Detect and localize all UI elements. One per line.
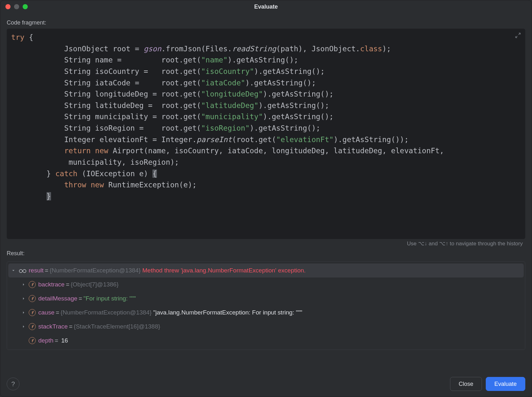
field-badge-icon: f xyxy=(29,323,36,330)
history-hint: Use ⌥↓ and ⌥↑ to navigate through the hi… xyxy=(7,239,525,248)
chevron-right-icon[interactable] xyxy=(20,309,27,316)
result-root-row[interactable]: result = {NumberFormatException@1384} Me… xyxy=(8,263,524,278)
field-type: {StackTraceElement[16]@1388} xyxy=(74,323,160,330)
field-name: stackTrace xyxy=(38,323,68,330)
field-type: {NumberFormatException@1384} xyxy=(61,309,151,316)
titlebar: Evaluate xyxy=(0,0,532,13)
maximize-window-icon[interactable] xyxy=(23,4,28,9)
result-error-message: Method threw 'java.lang.NumberFormatExce… xyxy=(142,267,306,274)
dialog-footer: ? Close Evaluate xyxy=(0,372,532,397)
result-label: Result: xyxy=(7,250,525,257)
chevron-down-icon[interactable] xyxy=(10,267,17,274)
code-fragment-label: Code fragment: xyxy=(7,19,525,26)
field-value: "java.lang.NumberFormatException: For in… xyxy=(153,309,302,316)
help-button[interactable]: ? xyxy=(7,378,19,390)
result-child-row[interactable]: fcause = {NumberFormatException@1384} "j… xyxy=(8,306,524,320)
code-fragment-editor[interactable]: try { JsonObject root = gson.fromJson(Fi… xyxy=(7,29,525,239)
chevron-right-icon[interactable] xyxy=(20,295,27,302)
field-badge-icon: f xyxy=(29,295,36,302)
chevron-right-icon[interactable] xyxy=(20,323,27,330)
close-window-icon[interactable] xyxy=(5,4,11,9)
dialog-body: Code fragment: try { JsonObject root = g… xyxy=(0,13,532,372)
field-name: detailMessage xyxy=(38,295,78,302)
field-value: "For input string: """ xyxy=(84,295,136,302)
field-badge-icon: f xyxy=(29,281,36,288)
code-text[interactable]: try { JsonObject root = gson.fromJson(Fi… xyxy=(11,32,521,202)
result-child-row[interactable]: fstackTrace = {StackTraceElement[16]@138… xyxy=(8,320,524,334)
chevron-right-icon[interactable] xyxy=(20,281,27,288)
glasses-icon xyxy=(18,268,27,273)
window-controls xyxy=(5,4,28,9)
evaluate-dialog: Evaluate Code fragment: try { JsonObject… xyxy=(0,0,532,397)
field-name: cause xyxy=(38,309,55,316)
minimize-window-icon[interactable] xyxy=(14,4,19,9)
expand-editor-icon[interactable] xyxy=(514,32,521,39)
field-badge-icon: f xyxy=(29,337,36,344)
result-name: result xyxy=(29,267,43,274)
result-child-row[interactable]: fdetailMessage = "For input string: """ xyxy=(8,292,524,306)
result-child-row[interactable]: fdepth = 16 xyxy=(8,334,524,348)
svg-point-1 xyxy=(23,270,26,273)
chevron-right-icon[interactable] xyxy=(20,337,27,344)
field-type: {Object[7]@1386} xyxy=(70,281,118,288)
result-type: {NumberFormatException@1384} xyxy=(50,267,141,274)
close-button[interactable]: Close xyxy=(450,377,482,391)
field-name: depth xyxy=(38,337,54,344)
svg-point-0 xyxy=(19,270,22,273)
result-child-row[interactable]: fbacktrace = {Object[7]@1386} xyxy=(8,278,524,292)
field-value: 16 xyxy=(61,337,68,344)
field-badge-icon: f xyxy=(29,309,36,316)
result-panel: result = {NumberFormatException@1384} Me… xyxy=(7,261,525,350)
evaluate-button[interactable]: Evaluate xyxy=(486,377,525,391)
field-name: backtrace xyxy=(38,281,64,288)
window-title: Evaluate xyxy=(4,4,528,10)
